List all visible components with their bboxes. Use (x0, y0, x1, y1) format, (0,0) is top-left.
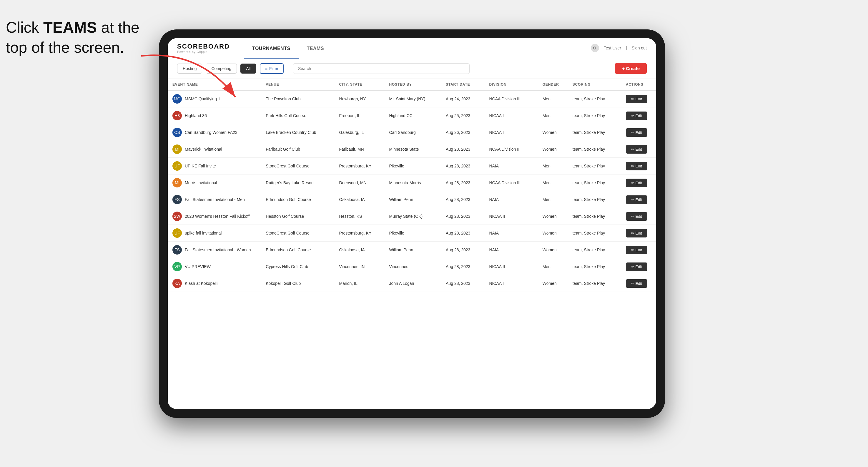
cell-city: Galesburg, IL (335, 124, 384, 141)
edit-button-6[interactable]: ✏ Edit (626, 179, 647, 187)
table-row: UF upike fall invitational StoneCrest Go… (168, 225, 656, 242)
table-container: EVENT NAME VENUE CITY, STATE HOSTED BY S… (168, 79, 656, 409)
table-row: UF UPIKE Fall Invite StoneCrest Golf Cou… (168, 158, 656, 175)
team-logo: MI (173, 145, 182, 154)
cell-gender: Men (538, 175, 568, 191)
cell-scoring: team, Stroke Play (568, 258, 621, 275)
cell-gender: Men (538, 107, 568, 124)
edit-button-10[interactable]: ✏ Edit (626, 246, 647, 254)
col-header-division: DIVISION (484, 79, 537, 90)
table-row: 2W 2023 Women's Hesston Fall Kickoff Hes… (168, 208, 656, 225)
cell-event-name: FS Fall Statesmen Invitational - Men (168, 191, 261, 208)
cell-division: NAIA (484, 158, 537, 175)
cell-division: NICAA II (484, 258, 537, 275)
table-row: KA Klash at Kokopelli Kokopelli Golf Clu… (168, 275, 656, 292)
all-button[interactable]: All (240, 64, 256, 73)
table-row: MI Maverick Invitational Faribault Golf … (168, 141, 656, 158)
edit-button-1[interactable]: ✏ Edit (626, 95, 647, 103)
cell-gender: Men (538, 158, 568, 175)
logo-subtitle: Powered by Clippit (177, 50, 230, 54)
cell-hosted-by: Highland CC (384, 107, 441, 124)
table-row: MI Morris Invitational Ruttger's Bay Lak… (168, 175, 656, 191)
cell-event-name: MI Morris Invitational (168, 175, 261, 191)
col-header-scoring: SCORING (568, 79, 621, 90)
cell-date: Aug 28, 2023 (441, 242, 484, 258)
cell-actions: ✏ Edit (621, 124, 656, 141)
cell-venue: Kokopelli Golf Club (261, 275, 334, 292)
cell-division: NICAA I (484, 124, 537, 141)
cell-event-name: MI Maverick Invitational (168, 141, 261, 158)
cell-venue: StoneCrest Golf Course (261, 225, 334, 242)
event-name-text: Morris Invitational (185, 180, 217, 185)
cell-division: NAIA (484, 225, 537, 242)
cell-event-name: MQ MSMC Qualifying 1 (168, 90, 261, 107)
cell-event-name: H3 Highland 36 (168, 107, 261, 124)
cell-actions: ✏ Edit (621, 208, 656, 225)
cell-date: Aug 28, 2023 (441, 275, 484, 292)
edit-button-8[interactable]: ✏ Edit (626, 212, 647, 221)
cell-city: Deerwood, MN (335, 175, 384, 191)
cell-actions: ✏ Edit (621, 175, 656, 191)
cell-date: Aug 28, 2023 (441, 258, 484, 275)
cell-hosted-by: Carl Sandburg (384, 124, 441, 141)
filter-icon: ≡ (265, 66, 268, 71)
cell-actions: ✏ Edit (621, 258, 656, 275)
edit-button-5[interactable]: ✏ Edit (626, 162, 647, 170)
cell-actions: ✏ Edit (621, 158, 656, 175)
cell-scoring: team, Stroke Play (568, 242, 621, 258)
cell-scoring: team, Stroke Play (568, 141, 621, 158)
competing-button[interactable]: Competing (206, 64, 237, 73)
col-header-venue: VENUE (261, 79, 334, 90)
nav-tab-tournaments[interactable]: TOURNAMENTS (244, 39, 299, 59)
edit-button-2[interactable]: ✏ Edit (626, 112, 647, 120)
event-name-text: 2023 Women's Hesston Fall Kickoff (185, 214, 249, 219)
cell-venue: Hesston Golf Course (261, 208, 334, 225)
table-row: CS Carl Sandburg Women FA23 Lake Bracken… (168, 124, 656, 141)
edit-button-4[interactable]: ✏ Edit (626, 145, 647, 154)
cell-city: Faribault, MN (335, 141, 384, 158)
cell-hosted-by: Vincennes (384, 258, 441, 275)
filter-button[interactable]: ≡ Filter (260, 63, 284, 74)
cell-division: NCAA Division III (484, 90, 537, 107)
event-name-text: MSMC Qualifying 1 (185, 96, 220, 101)
cell-actions: ✏ Edit (621, 191, 656, 208)
cell-gender: Women (538, 242, 568, 258)
separator: | (626, 45, 627, 50)
cell-gender: Women (538, 208, 568, 225)
edit-button-9[interactable]: ✏ Edit (626, 229, 647, 238)
cell-event-name: FS Fall Statesmen Invitational - Women (168, 242, 261, 258)
hosting-button[interactable]: Hosting (177, 64, 202, 73)
cell-scoring: team, Stroke Play (568, 175, 621, 191)
cell-scoring: team, Stroke Play (568, 191, 621, 208)
cell-city: Oskaloosa, IA (335, 242, 384, 258)
cell-date: Aug 28, 2023 (441, 225, 484, 242)
edit-button-7[interactable]: ✏ Edit (626, 195, 647, 204)
cell-gender: Women (538, 225, 568, 242)
edit-button-11[interactable]: ✏ Edit (626, 262, 647, 271)
cell-division: NAIA (484, 242, 537, 258)
cell-division: NAIA (484, 191, 537, 208)
nav-tab-teams[interactable]: TEAMS (299, 39, 333, 59)
edit-button-3[interactable]: ✏ Edit (626, 128, 647, 137)
event-name-text: Fall Statesmen Invitational - Men (185, 197, 245, 202)
search-input[interactable] (293, 63, 470, 74)
col-header-gender: GENDER (538, 79, 568, 90)
cell-gender: Men (538, 258, 568, 275)
event-name-text: Carl Sandburg Women FA23 (185, 130, 238, 135)
cell-gender: Men (538, 191, 568, 208)
toolbar: Hosting Competing All ≡ Filter + Create (168, 58, 656, 79)
cell-date: Aug 28, 2023 (441, 208, 484, 225)
cell-date: Aug 25, 2023 (441, 107, 484, 124)
edit-button-12[interactable]: ✏ Edit (626, 279, 647, 288)
cell-venue: Lake Bracken Country Club (261, 124, 334, 141)
create-button[interactable]: + Create (615, 63, 647, 74)
search-area (293, 63, 612, 74)
settings-icon[interactable]: ⚙ (591, 44, 599, 52)
sign-out-link[interactable]: Sign out (632, 45, 647, 50)
cell-division: NCAA Division III (484, 175, 537, 191)
col-header-date: START DATE (441, 79, 484, 90)
cell-city: Hesston, KS (335, 208, 384, 225)
cell-division: NICAA II (484, 208, 537, 225)
team-logo: FS (173, 195, 182, 204)
cell-actions: ✏ Edit (621, 141, 656, 158)
